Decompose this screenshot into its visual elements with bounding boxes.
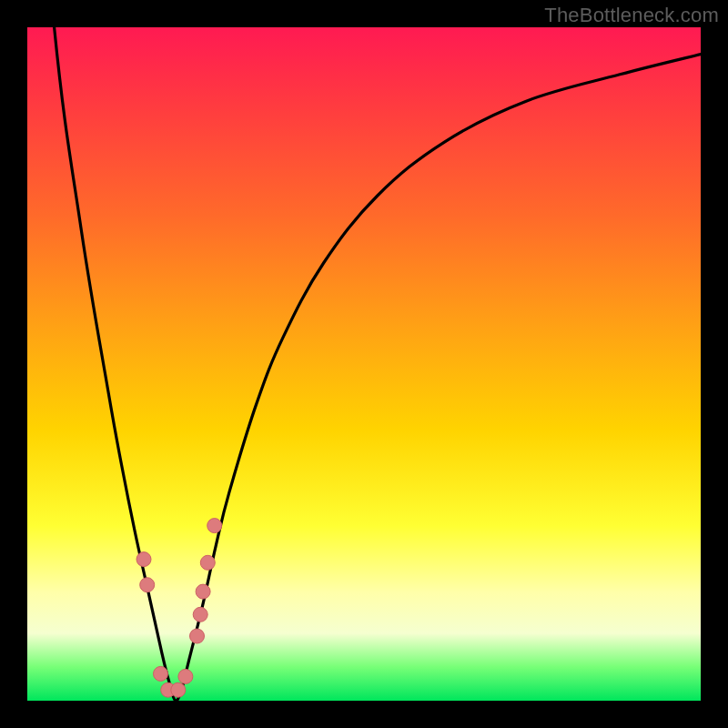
sample-dot	[154, 666, 168, 681]
bottleneck-curve	[27, 27, 701, 701]
sample-dot	[193, 607, 207, 622]
watermark-text: TheBottleneck.com	[544, 4, 719, 27]
curve-svg	[27, 27, 701, 701]
sample-dot	[140, 578, 155, 592]
sample-dot	[207, 519, 222, 533]
sample-dot	[196, 584, 210, 599]
plot-area	[27, 27, 701, 701]
sample-dot	[178, 669, 193, 683]
chart-frame: TheBottleneck.com	[0, 0, 728, 728]
sample-dot	[171, 682, 186, 697]
sample-dot	[136, 552, 151, 567]
sample-dot	[200, 555, 215, 570]
sample-dots	[136, 519, 222, 698]
sample-dot	[190, 629, 205, 643]
